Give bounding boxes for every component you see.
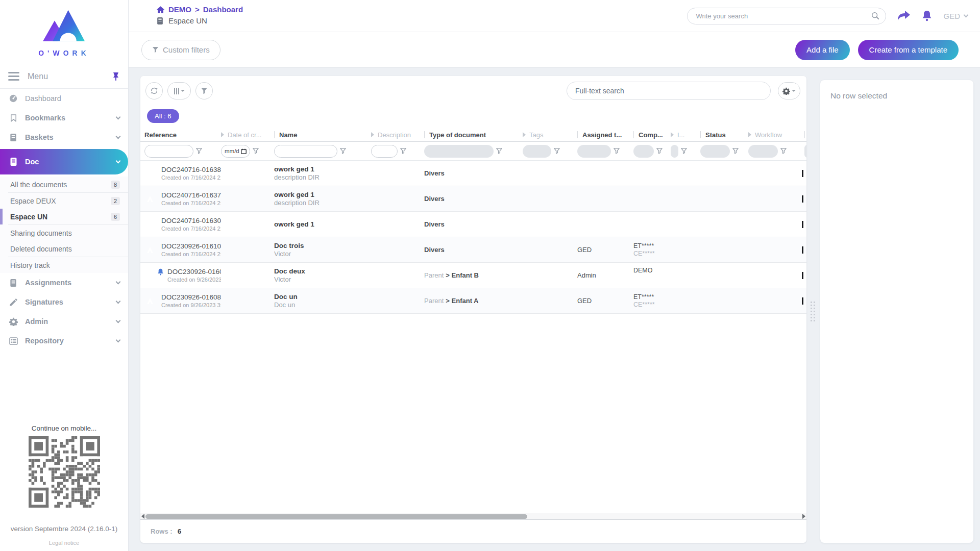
- home-icon[interactable]: [156, 6, 165, 14]
- sub-item-label: Sharing documents: [10, 229, 72, 237]
- count-badge: 8: [111, 181, 120, 189]
- pdf-file-icon: [144, 167, 157, 180]
- filter-date-input[interactable]: mm/d: [221, 145, 250, 158]
- funnel-icon[interactable]: [496, 148, 502, 154]
- column-header-description[interactable]: Description: [371, 128, 424, 141]
- horizontal-scrollbar[interactable]: [140, 513, 806, 520]
- sidebar-item-signatures[interactable]: Signatures: [0, 292, 128, 312]
- sidebar-item-assignments[interactable]: Assignments: [0, 273, 128, 292]
- filter-input-name[interactable]: [274, 145, 337, 158]
- funnel-icon[interactable]: [780, 148, 787, 154]
- funnel-icon[interactable]: [656, 148, 663, 154]
- legal-notice-link[interactable]: Legal notice: [0, 540, 128, 546]
- all-count-badge[interactable]: All : 6: [147, 109, 179, 123]
- chevron-down-icon: [964, 13, 969, 18]
- sidebar-item-label: Admin: [25, 317, 48, 325]
- app-logo: O'WORK: [0, 0, 128, 62]
- calendar-icon: [241, 148, 247, 154]
- sidebar-item-repository[interactable]: Repository: [0, 331, 128, 350]
- funnel-icon: [152, 46, 159, 53]
- breadcrumb-root[interactable]: DEMO: [168, 5, 191, 14]
- funnel-icon[interactable]: [554, 148, 560, 154]
- sidebar-item-dashboard[interactable]: Dashboard: [0, 89, 128, 108]
- sidebar-item-deleted-documents[interactable]: Deleted documents: [0, 241, 128, 257]
- add-file-button[interactable]: Add a file: [795, 40, 850, 60]
- table-row[interactable]: DOC240716-01638-0Created on 7/16/2024 2:…: [140, 161, 806, 186]
- funnel-icon[interactable]: [253, 148, 259, 154]
- column-header-comp[interactable]: Comp...: [633, 128, 671, 141]
- panel-resize-handle[interactable]: [811, 302, 815, 321]
- sub-item-label: Deleted documents: [10, 245, 72, 253]
- funnel-icon[interactable]: [340, 148, 346, 154]
- filter-disabled-y: [804, 145, 806, 158]
- column-header-tags[interactable]: Tags: [523, 128, 577, 141]
- doc-submenu: All the documents 8 Espace DEUX 2 Espace…: [0, 177, 128, 273]
- dashboard-icon: [8, 94, 18, 103]
- sidebar-item-sharing-documents[interactable]: Sharing documents: [0, 225, 128, 241]
- fulltext-search-input[interactable]: [575, 87, 762, 95]
- column-header-y[interactable]: Y: [804, 128, 806, 141]
- table-row[interactable]: DOC230926-01608-0Created on 9/26/2023 3:…: [140, 288, 806, 314]
- column-header-date[interactable]: Date of cr...: [221, 128, 274, 141]
- no-row-selected-label: No row selected: [820, 80, 973, 101]
- sidebar-item-espace-deux[interactable]: Espace DEUX 2: [0, 193, 128, 209]
- funnel-icon[interactable]: [196, 148, 202, 154]
- table-settings-button[interactable]: [778, 82, 800, 99]
- search-icon[interactable]: [871, 12, 879, 20]
- filter-button[interactable]: [195, 82, 213, 99]
- notifications-bell-icon[interactable]: [922, 10, 932, 21]
- sidebar-item-bookmarks[interactable]: Bookmarks: [0, 108, 128, 128]
- filter-input-description[interactable]: [371, 145, 398, 158]
- table-row[interactable]: w DOC230926-01609-0Created on 9/26/2023 …: [140, 263, 806, 288]
- filter-disabled-workflow: [748, 145, 778, 158]
- funnel-icon[interactable]: [614, 148, 620, 154]
- book-icon: [156, 17, 164, 25]
- scrollbar-thumb[interactable]: [145, 514, 527, 519]
- column-header-name[interactable]: Name: [274, 128, 371, 141]
- sort-caret-icon: [671, 132, 674, 137]
- chevron-down-icon: [116, 298, 121, 304]
- chevron-down-icon: [116, 114, 121, 119]
- custom-filters-button[interactable]: Custom filters: [141, 40, 220, 60]
- table-row[interactable]: DOC230926-01610-3Created on 7/16/2024 2:…: [140, 237, 806, 263]
- sidebar-item-history-track[interactable]: History track: [0, 257, 128, 273]
- hamburger-icon[interactable]: [8, 72, 19, 81]
- sidebar-item-baskets[interactable]: Baskets: [0, 128, 128, 147]
- columns-button[interactable]: [167, 82, 191, 99]
- filter-input-reference[interactable]: [144, 145, 193, 158]
- funnel-icon[interactable]: [681, 148, 687, 154]
- column-header-status[interactable]: Status: [700, 128, 748, 141]
- mountain-logo-icon: [40, 6, 89, 48]
- column-header-workflow[interactable]: Workflow: [748, 128, 804, 141]
- fulltext-search: [567, 82, 771, 100]
- scroll-right-icon[interactable]: [802, 514, 805, 519]
- global-search-input[interactable]: [696, 12, 871, 20]
- table-row[interactable]: DOC240716-01637-0Created on 7/16/2024 2:…: [140, 186, 806, 212]
- sidebar-item-label: Bookmarks: [25, 114, 65, 122]
- chevron-down-icon: [116, 279, 121, 284]
- sidebar-item-doc[interactable]: Doc: [0, 149, 128, 174]
- share-arrow-icon[interactable]: [897, 10, 911, 21]
- funnel-icon[interactable]: [732, 148, 739, 154]
- scroll-left-icon[interactable]: [141, 514, 144, 519]
- column-header-i[interactable]: I...: [671, 128, 700, 141]
- funnel-icon[interactable]: [400, 148, 406, 154]
- sidebar-item-all-documents[interactable]: All the documents 8: [0, 177, 128, 192]
- pdf-file-icon: [144, 218, 157, 231]
- filter-disabled-i: [671, 145, 678, 158]
- refresh-button[interactable]: [145, 82, 163, 99]
- column-header-assigned[interactable]: Assigned t...: [577, 128, 633, 141]
- table-row[interactable]: DOC240716-01630-0Created on 7/16/2024 2:…: [140, 212, 806, 237]
- create-from-template-button[interactable]: Create from a template: [858, 40, 959, 60]
- sidebar-item-admin[interactable]: Admin: [0, 312, 128, 331]
- profile-menu[interactable]: GED: [943, 12, 968, 20]
- column-header-type[interactable]: Type of document: [424, 128, 523, 141]
- count-badge: 6: [111, 213, 120, 221]
- filter-disabled-assigned: [577, 145, 611, 158]
- column-header-reference[interactable]: Reference: [144, 128, 221, 141]
- breadcrumb-current[interactable]: Dashboard: [203, 5, 243, 14]
- sub-item-label: Espace DEUX: [10, 197, 56, 205]
- sidebar-item-label: Repository: [25, 337, 64, 345]
- pin-icon[interactable]: [112, 72, 120, 81]
- sidebar-item-espace-un[interactable]: Espace UN 6: [0, 209, 128, 224]
